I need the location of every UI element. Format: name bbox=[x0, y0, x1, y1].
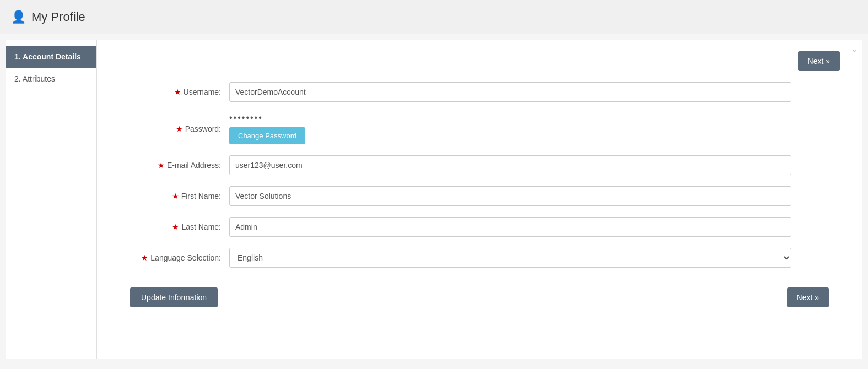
password-display: •••••••• bbox=[229, 113, 840, 123]
first-name-required-star: ★ bbox=[172, 192, 179, 200]
username-row: ★ Username: bbox=[119, 82, 840, 102]
account-details-form: ★ Username: ★ Password: •••••••• Change … bbox=[119, 82, 840, 268]
main-container: ⌄ 1. Account Details 2. Attributes Next … bbox=[6, 40, 862, 359]
first-name-label: ★ First Name: bbox=[119, 192, 229, 200]
email-input[interactable] bbox=[229, 155, 791, 175]
password-required-star: ★ bbox=[176, 124, 183, 133]
content-area: Next » ★ Username: ★ Password: •••••••• bbox=[97, 40, 862, 359]
language-label: ★ Language Selection: bbox=[119, 253, 229, 262]
bottom-next-button[interactable]: Next » bbox=[787, 287, 829, 307]
top-next-area: Next » bbox=[119, 51, 840, 71]
last-name-row: ★ Last Name: bbox=[119, 217, 840, 237]
first-name-input[interactable] bbox=[229, 186, 791, 206]
email-row: ★ E-mail Address: bbox=[119, 155, 840, 175]
last-name-required-star: ★ bbox=[172, 223, 179, 231]
email-label: ★ E-mail Address: bbox=[119, 161, 229, 170]
password-label: ★ Password: bbox=[119, 124, 229, 133]
password-field-area: •••••••• Change Password bbox=[229, 113, 840, 144]
page-header: 👤 My Profile bbox=[0, 0, 868, 34]
sidebar-item-attributes[interactable]: 2. Attributes bbox=[6, 68, 96, 90]
language-row: ★ Language Selection: EnglishSpanishFren… bbox=[119, 248, 840, 268]
last-name-input[interactable] bbox=[229, 217, 791, 237]
update-information-button[interactable]: Update Information bbox=[130, 287, 218, 307]
sidebar-item-account-details[interactable]: 1. Account Details bbox=[6, 46, 96, 68]
email-required-star: ★ bbox=[158, 161, 165, 170]
last-name-label: ★ Last Name: bbox=[119, 223, 229, 231]
page-title: My Profile bbox=[31, 10, 85, 24]
language-select[interactable]: EnglishSpanishFrenchGermanPortuguese bbox=[229, 248, 791, 268]
bottom-bar: Update Information Next » bbox=[119, 279, 840, 316]
username-label: ★ Username: bbox=[119, 88, 229, 96]
first-name-row: ★ First Name: bbox=[119, 186, 840, 206]
username-required-star: ★ bbox=[174, 88, 181, 96]
sidebar: 1. Account Details 2. Attributes bbox=[6, 40, 97, 359]
username-input[interactable] bbox=[229, 82, 791, 102]
language-required-star: ★ bbox=[141, 253, 148, 262]
top-next-button[interactable]: Next » bbox=[798, 51, 840, 71]
password-row: ★ Password: •••••••• Change Password bbox=[119, 113, 840, 144]
change-password-button[interactable]: Change Password bbox=[229, 127, 305, 144]
user-icon: 👤 bbox=[11, 10, 26, 24]
